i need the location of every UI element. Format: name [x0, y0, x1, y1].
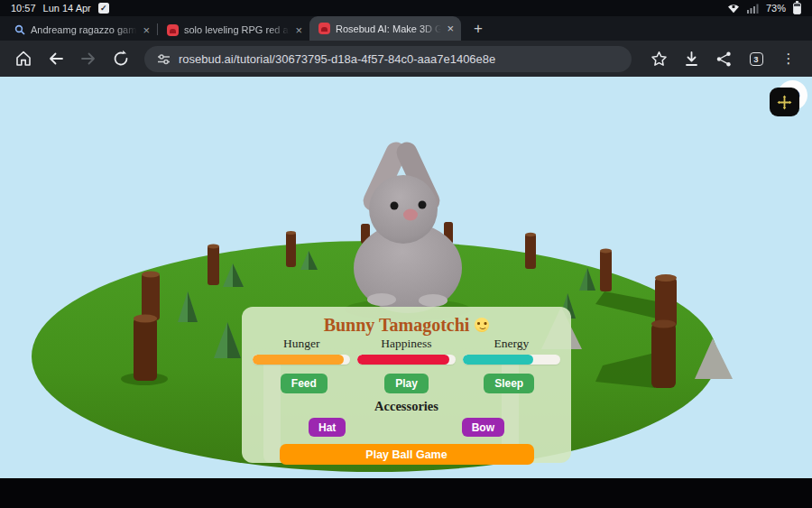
smiling-face-emoji-icon	[475, 318, 489, 332]
share-button[interactable]	[709, 44, 738, 73]
tab-title: Andreamg ragazzo game	[31, 24, 137, 35]
status-time: 10:57	[11, 3, 36, 14]
bunny-nose	[403, 209, 418, 221]
back-button[interactable]	[42, 44, 70, 73]
happiness-bar	[357, 355, 455, 365]
battery-percent: 73%	[766, 3, 786, 14]
close-icon[interactable]: ×	[295, 24, 302, 36]
url-text: rosebud.ai/tutorial/30673795-d18a-4f57-8…	[179, 52, 495, 66]
hunger-label: Hunger	[253, 337, 350, 353]
url-bar[interactable]: rosebud.ai/tutorial/30673795-d18a-4f57-8…	[144, 46, 632, 72]
status-bar: 10:57 Lun 14 Apr ✓ 73%	[0, 0, 812, 16]
move-cross-icon	[777, 95, 792, 110]
move-handle[interactable]	[770, 88, 799, 116]
selection-checkbox-icon: ✓	[98, 3, 109, 14]
rosebud-icon	[167, 24, 179, 36]
page-content: Bunny Tamagotchi Hunger Happiness Energy…	[0, 77, 812, 478]
search-icon	[14, 24, 25, 35]
cellular-signal-icon	[747, 4, 759, 14]
close-icon[interactable]: ×	[143, 24, 150, 36]
battery-icon	[793, 3, 801, 14]
system-taskbar: ♪	[0, 478, 812, 508]
happiness-label: Happiness	[357, 337, 455, 353]
tab-rosebud-active[interactable]: Rosebud AI: Make 3D Ga ×	[309, 16, 461, 41]
rosebud-icon	[318, 23, 330, 34]
accessory-buttons-row: Hat Bow	[253, 418, 560, 437]
tab-andreamg[interactable]: Andreamg ragazzo game ×	[5, 19, 157, 41]
tab-count: 3	[750, 52, 763, 66]
bunny-eye-left	[391, 202, 399, 210]
sleep-button[interactable]: Sleep	[484, 374, 534, 393]
play-ball-game-button[interactable]: Play Ball Game	[280, 444, 534, 465]
site-info-icon[interactable]	[157, 53, 171, 65]
bookmark-star-button[interactable]	[644, 44, 673, 73]
hunger-bar	[253, 355, 350, 365]
home-button[interactable]	[9, 44, 38, 73]
reload-button[interactable]	[106, 44, 135, 73]
stat-labels-row: Hunger Happiness Energy	[253, 337, 560, 353]
game-title: Bunny Tamagotchi	[253, 313, 560, 337]
energy-label: Energy	[463, 337, 560, 353]
energy-bar	[463, 355, 560, 365]
close-icon[interactable]: ×	[447, 23, 454, 34]
stat-bars-row	[253, 353, 560, 365]
browser-toolbar: rosebud.ai/tutorial/30673795-d18a-4f57-8…	[0, 41, 812, 77]
menu-kebab-button[interactable]: ⋮	[774, 44, 803, 73]
accessories-title: Accessories	[253, 399, 560, 414]
new-tab-button[interactable]: +	[474, 20, 483, 38]
action-buttons-row: Feed Play Sleep	[253, 374, 560, 393]
bunny-head	[369, 175, 438, 244]
tamagotchi-panel: Bunny Tamagotchi Hunger Happiness Energy…	[242, 307, 571, 463]
bow-button[interactable]: Bow	[462, 418, 504, 437]
forward-button[interactable]	[74, 44, 103, 73]
tab-title: Rosebud AI: Make 3D Ga	[336, 23, 441, 34]
bunny-foot-right	[419, 294, 448, 307]
bunny-eye-right	[419, 201, 427, 209]
browser-tab-strip: Andreamg ragazzo game × solo leveling RP…	[0, 16, 812, 41]
wifi-icon	[727, 4, 740, 14]
feed-button[interactable]: Feed	[281, 374, 328, 393]
bunny-foot-left	[367, 293, 396, 306]
game-title-text: Bunny Tamagotchi	[324, 315, 470, 336]
tab-solo-leveling[interactable]: solo leveling RPG red and ×	[158, 19, 309, 41]
device-screen: 10:57 Lun 14 Apr ✓ 73% Andreamg ragazzo …	[0, 0, 812, 508]
status-date: Lun 14 Apr	[43, 3, 91, 14]
hat-button[interactable]: Hat	[309, 418, 346, 437]
tab-switcher-button[interactable]: 3	[742, 44, 770, 73]
play-button[interactable]: Play	[384, 374, 429, 393]
download-button[interactable]	[677, 44, 706, 73]
tab-title: solo leveling RPG red and	[184, 24, 290, 35]
